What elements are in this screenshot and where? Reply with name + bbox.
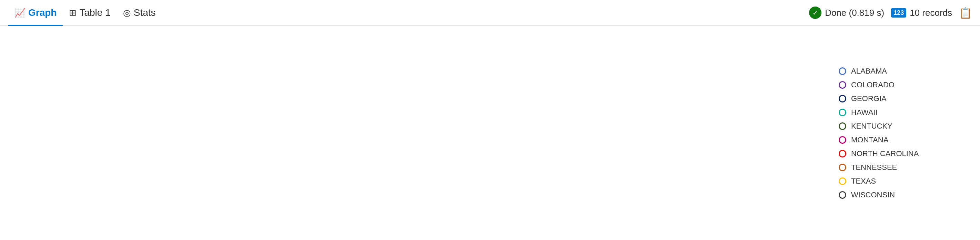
chart-area	[0, 26, 835, 240]
legend-item-north-carolina: NORTH CAROLINA	[839, 149, 970, 158]
donut-svg	[321, 37, 514, 229]
legend-label: ALABAMA	[851, 67, 887, 76]
legend-label: MONTANA	[851, 136, 888, 144]
clipboard-icon[interactable]: 📋	[959, 7, 972, 19]
stats-icon: ◎	[123, 8, 131, 18]
legend-item-tennessee: TENNESSEE	[839, 163, 970, 172]
tab-bar: 📈 Graph ⊞ Table 1 ◎ Stats ✓ Done (0.819 …	[0, 0, 980, 26]
legend-label: TEXAS	[851, 177, 876, 186]
graph-icon: 📈	[14, 8, 25, 18]
legend-dot-kentucky	[839, 122, 846, 130]
records-badge: 123 10 records	[891, 8, 952, 18]
legend-label: COLORADO	[851, 81, 894, 89]
legend-dot-alabama	[839, 67, 846, 75]
done-badge: ✓ Done (0.819 s)	[809, 6, 884, 19]
done-icon: ✓	[809, 6, 821, 19]
main-content: ALABAMACOLORADOGEORGIAHAWAIIKENTUCKYMONT…	[0, 26, 980, 240]
legend-item-colorado: COLORADO	[839, 81, 970, 89]
legend-label: GEORGIA	[851, 94, 886, 103]
legend-label: NORTH CAROLINA	[851, 149, 919, 158]
legend-label: HAWAII	[851, 108, 878, 117]
legend-item-kentucky: KENTUCKY	[839, 122, 970, 131]
table-icon: ⊞	[69, 8, 76, 18]
legend-dot-hawaii	[839, 109, 846, 116]
legend-item-georgia: GEORGIA	[839, 94, 970, 103]
legend-area: ALABAMACOLORADOGEORGIAHAWAIIKENTUCKYMONT…	[835, 26, 980, 240]
records-123-icon: 123	[891, 8, 906, 17]
legend-label: TENNESSEE	[851, 163, 897, 172]
legend-dot-texas	[839, 177, 846, 185]
legend-item-alabama: ALABAMA	[839, 67, 970, 76]
donut-chart	[262, 33, 573, 233]
done-label: Done (0.819 s)	[825, 8, 884, 18]
tab-graph-label: Graph	[28, 7, 57, 18]
records-label: 10 records	[910, 8, 952, 18]
legend-dot-montana	[839, 136, 846, 144]
tab-table1[interactable]: ⊞ Table 1	[63, 0, 116, 26]
tab-stats-label: Stats	[134, 7, 156, 18]
legend-label: KENTUCKY	[851, 122, 892, 131]
legend-dot-tennessee	[839, 164, 846, 171]
tab-graph[interactable]: 📈 Graph	[8, 0, 63, 26]
legend-item-wisconsin: WISCONSIN	[839, 191, 970, 199]
legend-item-hawaii: HAWAII	[839, 108, 970, 117]
legend-label: WISCONSIN	[851, 191, 895, 199]
header-right: ✓ Done (0.819 s) 123 10 records 📋	[809, 6, 972, 19]
legend-dot-georgia	[839, 95, 846, 103]
tab-stats[interactable]: ◎ Stats	[117, 0, 162, 26]
legend-dot-wisconsin	[839, 191, 846, 199]
tab-table1-label: Table 1	[79, 7, 110, 18]
legend-item-texas: TEXAS	[839, 177, 970, 186]
legend-dot-colorado	[839, 81, 846, 89]
legend-item-montana: MONTANA	[839, 136, 970, 144]
legend-dot-north-carolina	[839, 150, 846, 158]
